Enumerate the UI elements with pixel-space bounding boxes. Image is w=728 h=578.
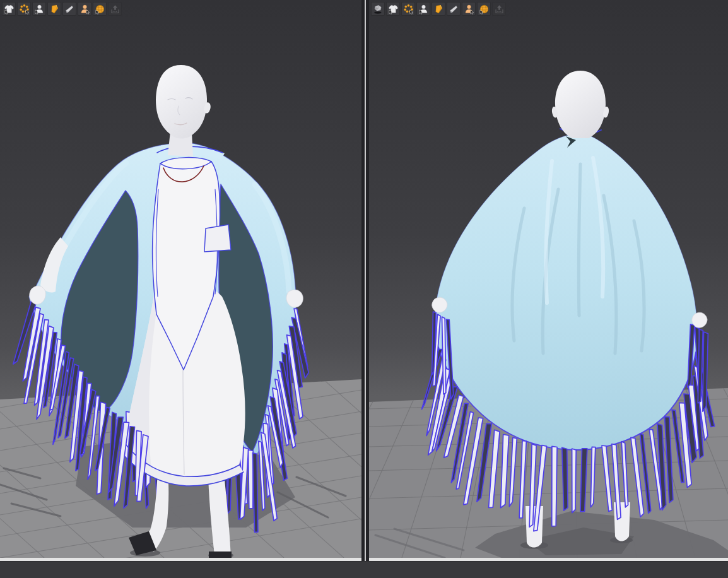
toolbar-button-tshirt-select[interactable] xyxy=(2,2,16,16)
solid-mesh-icon xyxy=(373,4,384,15)
toolbar-button-avatar-body[interactable] xyxy=(78,2,91,16)
toolbar-button-globe-texture[interactable] xyxy=(477,2,491,16)
avatar-select-icon xyxy=(34,4,45,15)
viewport-front[interactable] xyxy=(0,0,361,561)
toolbar-front xyxy=(2,2,122,16)
divider-handle-line xyxy=(365,0,366,561)
toolbar-button-avatar-select[interactable] xyxy=(32,2,46,16)
toolbar-button-avatar-select[interactable] xyxy=(416,2,430,16)
3d-scene-back[interactable] xyxy=(369,0,728,558)
avatar-select-icon xyxy=(418,4,429,15)
toolbar-button-particle-ring[interactable] xyxy=(17,2,31,16)
toolbar-button-export-up xyxy=(108,2,122,16)
viewport-divider[interactable] xyxy=(361,0,369,561)
globe-texture-icon xyxy=(479,4,490,15)
tshirt-select-icon xyxy=(388,4,399,15)
viewport-back[interactable] xyxy=(369,0,728,561)
particle-ring-icon xyxy=(403,4,414,15)
avatar-body-icon xyxy=(79,4,90,15)
3d-scene-front[interactable] xyxy=(0,0,361,558)
cloth-cone-icon xyxy=(64,4,75,15)
toolbar-button-avatar-body[interactable] xyxy=(462,2,476,16)
toolbar-button-export-up xyxy=(492,2,506,16)
toolbar-button-particle-ring[interactable] xyxy=(401,2,415,16)
cloth-cone-icon xyxy=(449,4,459,15)
tshirt-select-icon xyxy=(4,4,15,15)
toolbar-button-tshirt-select[interactable] xyxy=(386,2,400,16)
particle-ring-icon xyxy=(19,4,30,15)
toolbar-button-fabric-sheet[interactable] xyxy=(47,2,61,16)
fabric-sheet-icon xyxy=(433,4,444,15)
globe-texture-icon xyxy=(95,4,105,15)
fabric-sheet-icon xyxy=(49,4,60,15)
app-window xyxy=(0,0,728,578)
toolbar-button-fabric-sheet[interactable] xyxy=(432,2,445,16)
toolbar-button-solid-mesh[interactable] xyxy=(371,2,385,16)
bottom-bar xyxy=(0,561,728,578)
export-up-icon xyxy=(494,4,505,15)
avatar-body-icon xyxy=(464,4,474,15)
toolbar-button-globe-texture[interactable] xyxy=(93,2,107,16)
toolbar-button-cloth-cone[interactable] xyxy=(447,2,461,16)
toolbar-back xyxy=(371,2,506,16)
toolbar-button-cloth-cone[interactable] xyxy=(62,2,76,16)
export-up-icon xyxy=(110,4,120,15)
